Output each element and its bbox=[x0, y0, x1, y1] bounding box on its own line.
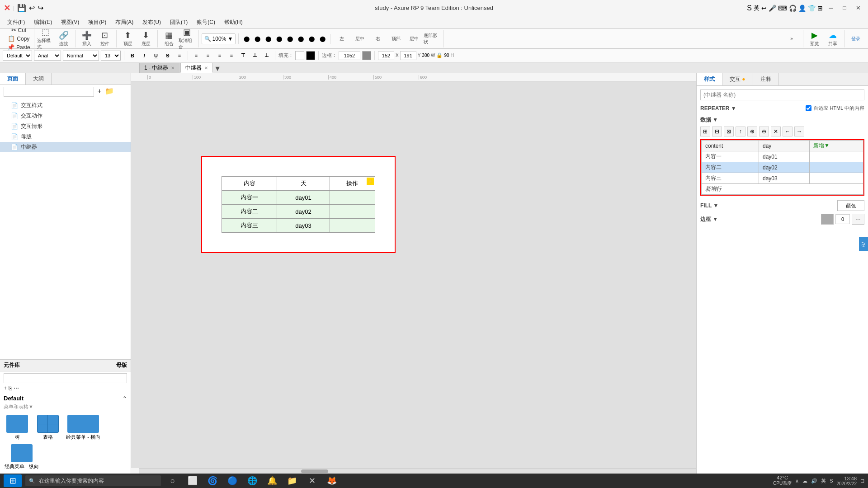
strikethrough-button[interactable]: S bbox=[163, 51, 173, 61]
data-row1-content[interactable]: 内容一 bbox=[702, 151, 759, 162]
expand-icon[interactable]: ⌃ bbox=[123, 395, 127, 402]
tab-1-zhongji-qi[interactable]: 1 - 中继器 ✕ bbox=[139, 63, 179, 73]
widget-table[interactable]: 表格 bbox=[34, 415, 61, 441]
taskbar-task-view[interactable]: ○ bbox=[165, 474, 181, 487]
canvas[interactable]: 内容 天 操作 ⚡ 内容一 day01 bbox=[131, 81, 696, 468]
copy-button[interactable]: 📋Copy bbox=[6, 35, 31, 42]
menu-view[interactable]: 视图(V) bbox=[57, 18, 83, 27]
taskbar-folder[interactable]: 📁 bbox=[284, 474, 300, 487]
data-row2-day[interactable]: day02 bbox=[759, 162, 809, 173]
outline-tab[interactable]: 大纲 bbox=[26, 73, 52, 84]
keyboard-icon[interactable]: ⌨ bbox=[778, 5, 787, 12]
data-row-2[interactable]: 内容二 day02 bbox=[702, 162, 863, 173]
menu-layout[interactable]: 布局(A) bbox=[112, 18, 137, 27]
data-tool-3[interactable]: ⊠ bbox=[724, 127, 734, 136]
category-label[interactable]: 菜单和表格▼ bbox=[0, 403, 131, 411]
fill-color-black-box[interactable] bbox=[306, 51, 315, 60]
more-button[interactable]: » bbox=[783, 30, 800, 47]
data-row3-day[interactable]: day03 bbox=[759, 173, 809, 184]
start-button[interactable]: ⊞ bbox=[4, 474, 22, 487]
notification-badge[interactable]: 79 bbox=[859, 237, 868, 251]
style-tab[interactable]: 样式 bbox=[697, 73, 722, 85]
taskbar-ie[interactable]: 🔵 bbox=[224, 474, 241, 487]
underline-button[interactable]: U bbox=[151, 51, 161, 61]
copy-component-icon[interactable]: ⎘ bbox=[9, 385, 12, 391]
widget-menu-v[interactable]: 经典菜单 - 纵向 bbox=[4, 444, 40, 470]
tab-zhongji-qi[interactable]: 中继器 ✕ bbox=[180, 63, 213, 73]
connect-button[interactable]: 🔗 连接 bbox=[55, 30, 72, 47]
share-button[interactable]: ☁ 共享 bbox=[824, 30, 841, 47]
bold-button[interactable]: B bbox=[127, 51, 137, 61]
more-component-icon[interactable]: ⋯ bbox=[14, 385, 19, 391]
group-button[interactable]: ▦ 组合 bbox=[160, 30, 178, 47]
page-item-zhongjiqi[interactable]: 📄 中继器 bbox=[0, 142, 131, 152]
taskbar-bell[interactable]: 🔔 bbox=[264, 474, 280, 487]
data-row1-day[interactable]: day01 bbox=[759, 151, 809, 162]
data-row3-content[interactable]: 内容三 bbox=[702, 173, 759, 184]
login-button[interactable]: 登录 bbox=[847, 30, 864, 47]
component-search-input[interactable] bbox=[4, 373, 127, 383]
justify-button[interactable]: ≡ bbox=[226, 51, 236, 61]
border-input[interactable] bbox=[339, 51, 360, 60]
page-item-muban[interactable]: 📄 母版 bbox=[0, 131, 131, 142]
panel-search-input[interactable] bbox=[4, 87, 94, 97]
lang-btn[interactable]: 英 bbox=[754, 4, 760, 12]
minimize-btn[interactable]: ─ bbox=[825, 2, 837, 14]
adaptive-checkbox[interactable] bbox=[806, 105, 811, 111]
widget-menu-h[interactable]: 经典菜单 - 横向 bbox=[65, 415, 101, 441]
insert-button[interactable]: ➕ 插入 bbox=[78, 30, 95, 47]
bottom-layer-button[interactable]: ⬇ 底层 bbox=[137, 30, 155, 47]
close-btn[interactable]: ✕ bbox=[852, 2, 864, 14]
top-align-button[interactable]: ⊤ bbox=[238, 51, 248, 61]
y-input[interactable] bbox=[400, 51, 416, 60]
distribute-v-button[interactable]: ⬤ bbox=[317, 34, 327, 44]
pages-tab[interactable]: 页面 bbox=[0, 73, 26, 84]
taskbar-close[interactable]: ✕ bbox=[304, 474, 320, 487]
headset-icon[interactable]: 🎧 bbox=[789, 5, 797, 12]
fill-color-box[interactable] bbox=[295, 51, 304, 60]
undo-icon[interactable]: ↩ bbox=[29, 4, 35, 12]
back-icon[interactable]: ↩ bbox=[761, 5, 767, 12]
border-style-selector[interactable]: --- bbox=[852, 214, 864, 225]
widget-tree[interactable]: 树 bbox=[4, 415, 31, 441]
action-center-icon[interactable]: ⊟ bbox=[860, 478, 864, 484]
menu-project[interactable]: 项目(P) bbox=[85, 18, 110, 27]
list-button[interactable]: ≡ bbox=[175, 51, 184, 61]
ungroup-button[interactable]: ▣ 取消组合 bbox=[179, 30, 196, 47]
canvas-scrollbar-h[interactable] bbox=[131, 468, 696, 474]
arrow-icon[interactable]: ∧ bbox=[795, 478, 799, 484]
taskbar-app1[interactable]: 🌀 bbox=[204, 474, 221, 487]
search-placeholder[interactable]: 在这里输入你要搜索的内容 bbox=[39, 477, 104, 485]
align-bottom-button[interactable]: ⬤ bbox=[296, 34, 306, 44]
taskbar-chrome[interactable]: 🌐 bbox=[244, 474, 260, 487]
x-input[interactable] bbox=[378, 51, 394, 60]
redo-icon[interactable]: ↪ bbox=[38, 4, 43, 12]
data-tool-2[interactable]: ⊟ bbox=[712, 127, 722, 136]
menu-publish[interactable]: 发布(U) bbox=[139, 18, 165, 27]
repeater-widget-canvas[interactable]: 内容 天 操作 ⚡ 内容一 day01 bbox=[201, 156, 396, 253]
bottom-align-button[interactable]: ⊥ bbox=[262, 51, 272, 61]
align-top-button[interactable]: ⬤ bbox=[274, 34, 284, 44]
mid-align-button[interactable]: ⊥ bbox=[250, 51, 260, 61]
menu-help[interactable]: 帮助(H) bbox=[221, 18, 246, 27]
new-row-label[interactable]: 新增行 bbox=[702, 184, 863, 195]
tab-active-close[interactable]: ✕ bbox=[204, 66, 208, 70]
border-thickness-input[interactable] bbox=[835, 214, 850, 224]
align-center-fmt-button[interactable]: ≡ bbox=[203, 51, 213, 61]
notes-tab[interactable]: 注释 bbox=[753, 73, 779, 85]
align-left-fmt-button[interactable]: ≡ bbox=[191, 51, 201, 61]
grid-icon[interactable]: ⊞ bbox=[817, 5, 823, 12]
data-tool-7[interactable]: ✕ bbox=[771, 127, 781, 136]
align-right-fmt-button[interactable]: ≡ bbox=[215, 51, 225, 61]
page-item-jiaohuqingxing[interactable]: 📄 交互情形 bbox=[0, 121, 131, 131]
interact-tab[interactable]: 交互 ● bbox=[722, 73, 753, 85]
data-tool-9[interactable]: → bbox=[794, 127, 804, 136]
menu-team[interactable]: 团队(T) bbox=[166, 18, 191, 27]
data-tool-8[interactable]: ← bbox=[783, 127, 793, 136]
lang-icon[interactable]: 英 bbox=[821, 478, 826, 484]
taskbar-xbox[interactable]: ⬜ bbox=[184, 474, 201, 487]
distribute-h-button[interactable]: ⬤ bbox=[307, 34, 316, 44]
weight-select[interactable]: Normal bbox=[63, 51, 99, 61]
align-middle-button[interactable]: ⬤ bbox=[285, 34, 295, 44]
data-tool-4[interactable]: ↑ bbox=[736, 127, 745, 136]
